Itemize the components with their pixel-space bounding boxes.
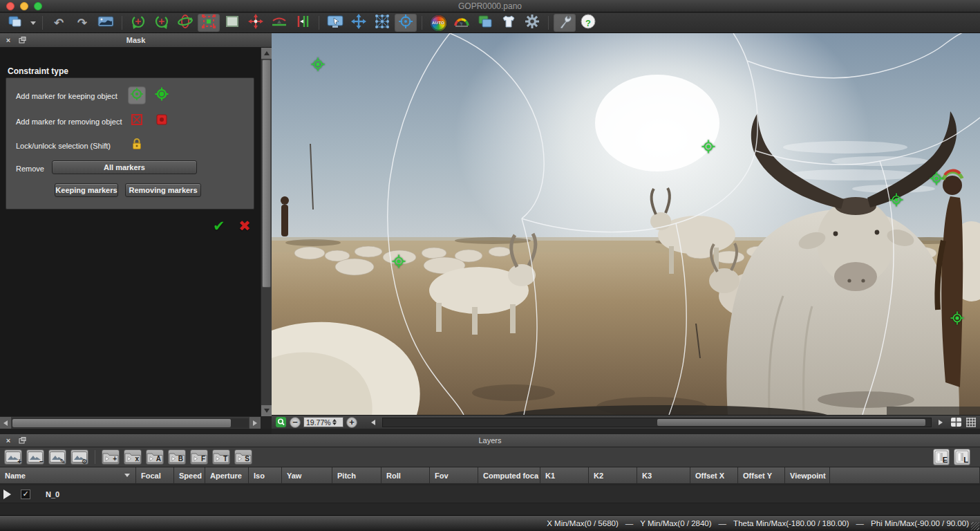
resize-grip[interactable] — [971, 522, 979, 530]
grid-view-icon[interactable] — [965, 417, 977, 428]
column-header-computed-foca[interactable]: Computed foca — [478, 467, 540, 484]
group-folder-b-button[interactable]: B — [168, 449, 186, 465]
view-mode-e-button[interactable]: E — [933, 449, 950, 465]
expand-row-icon[interactable] — [3, 490, 11, 499]
auto-detect-button[interactable]: AUTO — [427, 14, 449, 32]
rotate-roll-button[interactable] — [174, 14, 196, 32]
column-header-focal[interactable]: Focal — [136, 467, 174, 484]
status-segment: Phi Min/Max(-90.00 / 90.00) — [871, 519, 969, 528]
group-folder-t-button[interactable]: T — [212, 449, 230, 465]
target-button[interactable] — [395, 14, 417, 32]
optimize-grid-button[interactable] — [371, 14, 393, 32]
pan-right-icon[interactable] — [934, 417, 947, 428]
column-label: Computed foca — [483, 472, 538, 480]
apply-mask-button[interactable]: ✔ — [213, 218, 225, 233]
view-mode-l-button[interactable]: L — [954, 449, 970, 465]
group-folder-a-button[interactable]: A — [146, 449, 164, 465]
remove-keeping-markers-button[interactable]: Keeping markers — [55, 183, 118, 197]
horizon-tool-button[interactable] — [268, 14, 290, 32]
close-panel-icon[interactable]: × — [3, 436, 14, 446]
cancel-mask-button[interactable]: ✖ — [238, 218, 251, 233]
lock-selection-button[interactable] — [128, 136, 146, 154]
rotate-yaw-button[interactable] — [151, 14, 173, 32]
remove-removing-markers-button[interactable]: Removing markers — [125, 183, 201, 197]
remove-marker-outline-button[interactable] — [128, 112, 146, 130]
move-button[interactable] — [348, 14, 370, 32]
column-header-aperture[interactable]: Aperture — [205, 467, 249, 484]
remove-all-markers-button[interactable]: All markers — [52, 160, 197, 174]
keep-marker-outline-button[interactable] — [128, 86, 146, 104]
undo-button[interactable]: ↶ — [48, 14, 70, 32]
plugins-button[interactable] — [554, 14, 576, 32]
add-images-button[interactable]: + — [4, 449, 22, 465]
edit-images-button[interactable]: ✎ — [48, 449, 66, 465]
panorama-image[interactable] — [272, 33, 980, 415]
zoom-level-input[interactable] — [304, 418, 332, 427]
scroll-right-icon[interactable] — [249, 417, 261, 429]
redo-icon: ↷ — [77, 17, 87, 29]
zoom-in-button[interactable]: + — [346, 417, 357, 428]
layer-checkbox[interactable]: ✓ — [21, 490, 30, 499]
detach-panel-icon[interactable] — [17, 35, 28, 46]
group-folder-x-button[interactable]: x — [124, 449, 142, 465]
rotate-pitch-button[interactable] — [127, 14, 149, 32]
group-folder-f-button[interactable]: F — [190, 449, 208, 465]
column-header-offset-y[interactable]: Offset Y — [738, 467, 785, 484]
keep-marker-filled-button[interactable] — [153, 86, 171, 104]
save-menu-button[interactable] — [28, 14, 37, 32]
scroll-left-icon[interactable] — [0, 417, 11, 429]
column-header-k3[interactable]: K3 — [637, 467, 690, 484]
render-button[interactable] — [498, 14, 520, 32]
pan-left-icon[interactable] — [367, 417, 379, 428]
image-settings-button[interactable]: ⚙ — [70, 449, 88, 465]
group-folder--button[interactable]: + — [102, 449, 120, 465]
mask-panel-vertical-scrollbar[interactable] — [261, 48, 272, 416]
mask-tool-button[interactable] — [198, 14, 220, 32]
zoom-stepper[interactable] — [332, 419, 337, 425]
column-header-iso[interactable]: Iso — [249, 467, 282, 484]
canvas-scroll-thumb[interactable] — [657, 419, 926, 426]
remove-images-button[interactable]: − — [26, 449, 44, 465]
crop-tool-button[interactable] — [221, 14, 243, 32]
detach-panel-icon[interactable] — [17, 436, 28, 446]
save-button[interactable] — [4, 14, 26, 32]
control-points-button[interactable] — [245, 14, 267, 32]
remove-marker-filled-button[interactable] — [153, 112, 171, 130]
panorama-editor-button[interactable] — [95, 14, 117, 32]
tshirt-icon — [501, 15, 516, 31]
mask-panel-horizontal-scrollbar[interactable] — [0, 416, 261, 429]
column-header-k2[interactable]: K2 — [589, 467, 637, 484]
close-panel-icon[interactable]: × — [3, 35, 14, 46]
zoom-magnifier-icon[interactable] — [274, 417, 287, 428]
color-correction-button[interactable] — [451, 14, 473, 32]
scroll-down-icon[interactable] — [261, 405, 272, 416]
column-header-k1[interactable]: K1 — [540, 467, 589, 484]
column-header-viewpoint[interactable]: Viewpoint — [785, 467, 830, 484]
layer-name: N_0 — [46, 490, 59, 499]
horizontal-scroll-thumb[interactable] — [12, 419, 231, 427]
column-header-roll[interactable]: Roll — [381, 467, 430, 484]
layers-button[interactable] — [474, 14, 496, 32]
column-header-offset-x[interactable]: Offset X — [690, 467, 738, 484]
vertical-scroll-thumb[interactable] — [262, 59, 271, 288]
rotate-yaw-icon — [154, 14, 169, 32]
verticals-tool-button[interactable] — [292, 14, 314, 32]
pano-canvas-area[interactable]: − + — [272, 33, 980, 434]
zoom-out-button[interactable]: − — [290, 417, 301, 428]
settings-button[interactable] — [521, 14, 543, 32]
column-header-pitch[interactable]: Pitch — [332, 467, 381, 484]
column-header-name[interactable]: Name — [0, 467, 136, 484]
column-header-fov[interactable]: Fov — [430, 467, 478, 484]
canvas-horizontal-scrollbar[interactable] — [382, 418, 932, 427]
redo-button[interactable]: ↷ — [71, 14, 93, 32]
sort-caret-icon[interactable] — [124, 474, 130, 477]
split-view-icon[interactable] — [950, 417, 962, 428]
scroll-up-icon[interactable] — [261, 48, 272, 59]
group-folder-s-button[interactable]: S — [234, 449, 252, 465]
column-header-yaw[interactable]: Yaw — [282, 467, 332, 484]
preview-button[interactable] — [324, 14, 346, 32]
target-icon — [398, 14, 413, 32]
layer-row[interactable]: ✓ N_0 — [0, 485, 980, 503]
help-button[interactable]: ? — [577, 14, 599, 32]
column-header-speed[interactable]: Speed — [174, 467, 205, 484]
